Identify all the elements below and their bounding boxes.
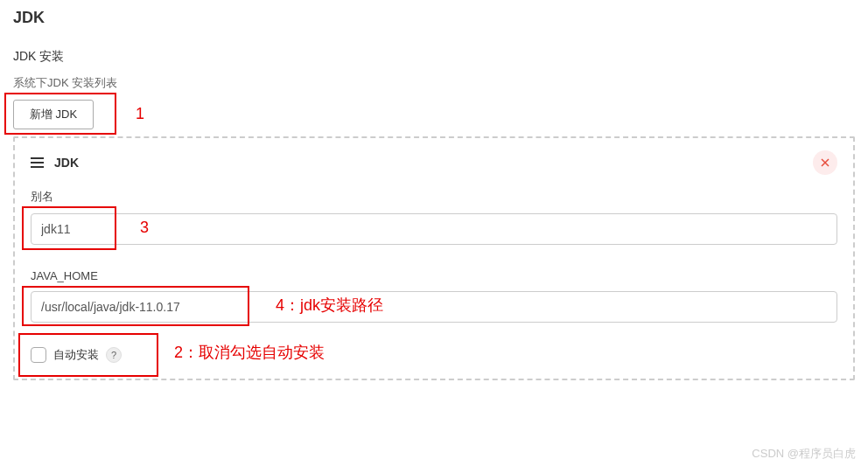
list-label: 系统下JDK 安装列表 — [13, 75, 855, 91]
page-title: JDK — [13, 9, 855, 27]
alias-input[interactable] — [31, 213, 837, 245]
watermark: CSDN @程序员白虎 — [752, 446, 856, 462]
annotation-label: 3 — [140, 219, 149, 237]
help-icon[interactable]: ? — [106, 347, 122, 363]
alias-label: 别名 — [31, 189, 837, 205]
section-heading: JDK 安装 — [13, 49, 855, 65]
drag-handle-icon[interactable] — [31, 157, 44, 168]
jdk-config-panel: JDK 别名 3 JAVA_HOME 4：jdk安装路径 自动安装 ? 2：取消… — [13, 136, 855, 380]
annotation-label: 1 — [136, 105, 144, 123]
java-home-input[interactable] — [31, 291, 837, 323]
annotation-label: 2：取消勾选自动安装 — [174, 342, 325, 363]
java-home-label: JAVA_HOME — [31, 269, 837, 282]
alias-field-group: 别名 3 — [31, 189, 837, 245]
auto-install-checkbox[interactable] — [31, 347, 46, 363]
auto-install-row: 自动安装 ? 2：取消勾选自动安装 — [31, 347, 837, 363]
annotation-label: 4：jdk安装路径 — [276, 295, 383, 316]
panel-title: JDK — [54, 156, 79, 170]
close-button[interactable] — [813, 150, 837, 175]
close-icon — [821, 158, 830, 167]
add-jdk-button[interactable]: 新增 JDK — [13, 100, 94, 129]
java-home-field-group: JAVA_HOME 4：jdk安装路径 — [31, 269, 837, 323]
auto-install-label: 自动安装 — [53, 347, 99, 363]
panel-header: JDK — [31, 150, 837, 175]
